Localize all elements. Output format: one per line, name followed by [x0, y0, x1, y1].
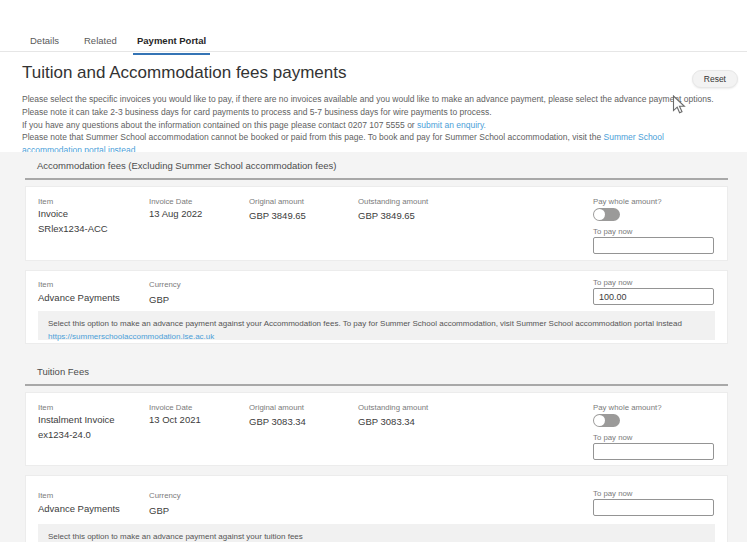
payment-sections: Accommodation fees (Excluding Summer Sch… — [0, 152, 747, 542]
tuition-section-header: Tuition Fees — [25, 344, 728, 386]
accommodation-advance-note: Select this option to make an advance pa… — [38, 311, 715, 340]
tuition-invoice-card: Item Invoice Date Original amount Outsta… — [25, 392, 728, 466]
to-pay-now-label: To pay now — [593, 278, 632, 287]
invoice-date-label: Invoice Date — [149, 197, 192, 206]
item-label: Item — [38, 491, 53, 500]
tab-payment-portal[interactable]: Payment Portal — [137, 35, 206, 46]
pay-whole-amount-label: Pay whole amount? — [593, 197, 661, 206]
item-label: Item — [38, 403, 53, 412]
outstanding-amount-value: GBP 3083.34 — [358, 416, 415, 427]
to-pay-now-label: To pay now — [593, 227, 632, 236]
payment-portal-page: Details Related Payment Portal Tuition a… — [0, 0, 747, 560]
summer-school-accommodation-url-link[interactable]: https://summerschoolaccommodation.lse.ac… — [48, 332, 705, 341]
submit-enquiry-link[interactable]: submit an enquiry. — [417, 120, 486, 130]
currency-label: Currency — [149, 491, 181, 500]
advance-payments-value: Advance Payments — [38, 503, 120, 514]
accommodation-advance-card: Item Currency To pay now Advance Payment… — [25, 270, 728, 344]
currency-value: GBP — [149, 505, 169, 516]
item-value: Instalment Invoice — [38, 414, 115, 425]
advance-payments-value: Advance Payments — [38, 292, 120, 303]
outstanding-amount-label: Outstanding amount — [358, 197, 428, 206]
advance-to-pay-now-input[interactable] — [593, 499, 714, 516]
original-amount-value: GBP 3849.65 — [249, 210, 306, 221]
to-pay-now-input[interactable] — [593, 443, 714, 460]
original-amount-label: Original amount — [249, 403, 304, 412]
invoice-date-value: 13 Oct 2021 — [149, 414, 201, 425]
to-pay-now-label: To pay now — [593, 489, 632, 498]
intro-line-4-text: Please note that Summer School accommoda… — [22, 132, 603, 142]
item-value: Invoice — [38, 208, 68, 219]
mouse-cursor — [672, 95, 686, 115]
accommodation-invoice-card: Item Invoice Date Original amount Outsta… — [25, 186, 728, 261]
reset-button[interactable]: Reset — [692, 70, 738, 88]
item-label: Item — [38, 280, 53, 289]
intro-line-3: If you have any questions about the info… — [22, 119, 722, 132]
invoice-date-value: 13 Aug 2022 — [149, 208, 202, 219]
tuition-advance-card: Item Currency To pay now Advance Payment… — [25, 475, 728, 542]
note-text: Select this option to make an advance pa… — [48, 532, 303, 541]
toggle-knob — [594, 209, 605, 220]
currency-label: Currency — [149, 280, 181, 289]
note-text: Select this option to make an advance pa… — [48, 319, 682, 328]
outstanding-amount-value: GBP 3849.65 — [358, 210, 415, 221]
item-label: Item — [38, 197, 53, 206]
tab-details[interactable]: Details — [30, 35, 59, 46]
intro-text: Please select the specific invoices you … — [22, 93, 722, 157]
pay-whole-amount-toggle[interactable] — [593, 414, 620, 427]
tuition-advance-note: Select this option to make an advance pa… — [38, 524, 715, 542]
pay-whole-amount-label: Pay whole amount? — [593, 403, 661, 412]
to-pay-now-input[interactable] — [593, 237, 714, 254]
toggle-knob — [594, 415, 605, 426]
page-title: Tuition and Accommodation fees payments — [22, 63, 346, 83]
tab-bar: Details Related Payment Portal — [0, 27, 747, 52]
original-amount-value: GBP 3083.34 — [249, 416, 306, 427]
tab-related[interactable]: Related — [84, 35, 117, 46]
outstanding-amount-label: Outstanding amount — [358, 403, 428, 412]
intro-line-3-text: If you have any questions about the info… — [22, 120, 417, 130]
intro-line-1: Please select the specific invoices you … — [22, 93, 722, 106]
pay-whole-amount-toggle[interactable] — [593, 208, 620, 221]
advance-to-pay-now-input[interactable] — [593, 288, 714, 305]
accommodation-section-header: Accommodation fees (Excluding Summer Sch… — [25, 152, 728, 180]
currency-value: GBP — [149, 294, 169, 305]
to-pay-now-label: To pay now — [593, 433, 632, 442]
invoice-number: ex1234-24.0 — [38, 429, 91, 440]
original-amount-label: Original amount — [249, 197, 304, 206]
intro-line-2: Please note it can take 2-3 business day… — [22, 106, 722, 119]
invoice-date-label: Invoice Date — [149, 403, 192, 412]
invoice-number: SRlex1234-ACC — [38, 223, 108, 234]
